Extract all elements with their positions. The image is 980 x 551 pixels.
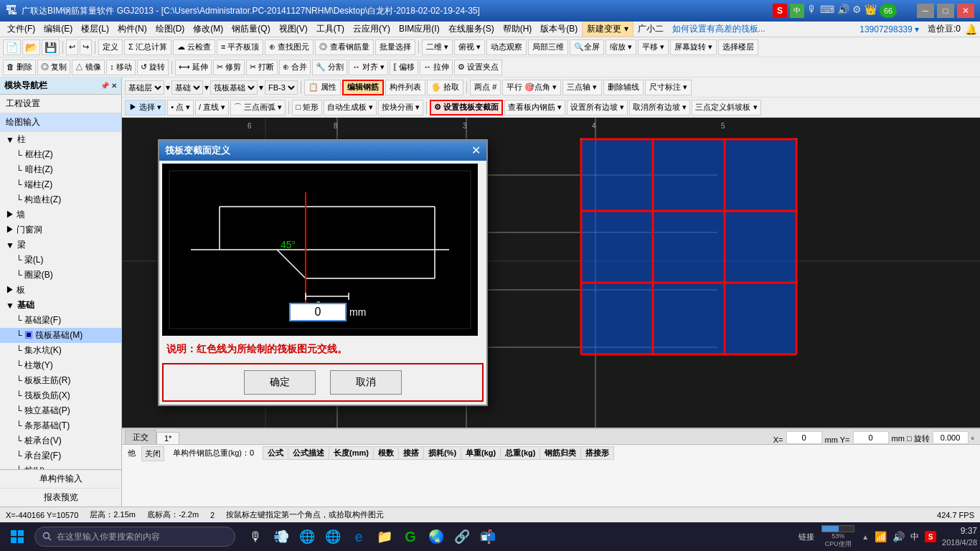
clock[interactable]: 9:37 2018/4/28: [942, 526, 977, 547]
taskbar-app2-btn[interactable]: 🌏: [425, 525, 448, 548]
tree-item-ring-beam[interactable]: └ 圈梁(B): [0, 268, 121, 283]
find-elem-btn[interactable]: ⊕ 查找图元: [265, 39, 314, 55]
tree-item-slab[interactable]: ▶ 板: [0, 283, 121, 298]
2d-btn[interactable]: 二维 ▾: [422, 39, 453, 55]
id-select[interactable]: FB-3: [265, 80, 298, 95]
tab-ortho[interactable]: 正交: [125, 430, 156, 444]
floor-select[interactable]: 基础层: [125, 80, 164, 95]
align-btn[interactable]: ↔ 对齐 ▾: [349, 60, 388, 75]
del-aux-btn[interactable]: 删除辅线: [603, 80, 644, 95]
sidebar-section-draw[interactable]: 绘图输入: [0, 113, 121, 132]
menu-component[interactable]: 构件(N): [113, 22, 151, 37]
menu-view[interactable]: 视图(V): [275, 22, 312, 37]
rect-btn[interactable]: □ 矩形: [292, 100, 322, 116]
delete-btn[interactable]: 🗑 删除: [3, 60, 36, 75]
property-btn[interactable]: 📋 属性: [304, 80, 341, 95]
menu-tools[interactable]: 工具(T): [312, 22, 349, 37]
offset-btn[interactable]: ⟦ 偏移: [390, 60, 418, 75]
start-button[interactable]: [3, 524, 32, 550]
move-btn[interactable]: ↕ 移动: [106, 60, 136, 75]
three-axis-btn[interactable]: 三点轴 ▾: [562, 80, 601, 95]
taskbar-app4-btn[interactable]: 📬: [476, 525, 499, 548]
menu-modify[interactable]: 修改(M): [189, 22, 227, 37]
open-btn[interactable]: 📂: [22, 39, 40, 55]
two-point-btn[interactable]: 两点 #: [470, 80, 501, 95]
local-3d-btn[interactable]: 局部三维: [528, 39, 568, 55]
level-top-btn[interactable]: ≡ 平齐板顶: [217, 39, 263, 55]
tree-item-frame-col[interactable]: └ 框柱(Z): [0, 147, 121, 162]
rotate-input[interactable]: [933, 431, 969, 444]
tree-item-wall[interactable]: ▶ 墙: [0, 207, 121, 222]
line-btn[interactable]: / 直线 ▾: [195, 100, 229, 116]
menu-version[interactable]: 版本号(B): [536, 22, 582, 37]
component-select[interactable]: 筏板基础: [210, 80, 258, 95]
tree-item-strip[interactable]: └ 条形基础(T): [0, 418, 121, 433]
arc-btn[interactable]: ⌒ 三点画弧 ▾: [230, 100, 286, 116]
cancel-all-slope-btn[interactable]: 取消所有边坡 ▾: [629, 100, 690, 116]
tree-item-neg-rebar[interactable]: └ 筏板负筋(X): [0, 388, 121, 403]
tree-item-column[interactable]: ▼ 柱: [0, 132, 121, 147]
stretch-btn[interactable]: ↔ 拉伸: [420, 60, 453, 75]
bottom-close-btn[interactable]: 关闭: [141, 446, 164, 461]
trim-btn[interactable]: ✂ 修剪: [213, 60, 245, 75]
dynamic-view-btn[interactable]: 动态观察: [486, 39, 527, 55]
rotate-btn[interactable]: ↺ 旋转: [137, 60, 169, 75]
menu-file[interactable]: 文件(F): [3, 22, 39, 37]
menu-assistant[interactable]: 广小二: [633, 22, 668, 37]
taskbar-folder-btn[interactable]: 📁: [373, 525, 396, 548]
taskbar-app3-btn[interactable]: 🔗: [451, 525, 473, 548]
dim-mark-btn[interactable]: 尺寸标注 ▾: [645, 80, 692, 95]
zoom-btn[interactable]: 缩放 ▾: [606, 39, 636, 55]
view-rebar-btn[interactable]: ◎ 查看钢筋量: [315, 39, 373, 55]
extend-btn[interactable]: ⟷ 延伸: [175, 60, 212, 75]
tree-item-foundation[interactable]: ▼ 基础: [0, 298, 121, 313]
merge-btn[interactable]: ⊕ 合并: [279, 60, 311, 75]
minimize-button[interactable]: ─: [917, 4, 934, 18]
y-input[interactable]: [853, 431, 889, 444]
dialog-confirm-btn[interactable]: 确定: [244, 370, 316, 395]
select-tool-btn[interactable]: ▶ 选择 ▾: [125, 100, 166, 116]
set-raft-section-btn[interactable]: ⚙ 设置筏板变截面: [430, 100, 503, 116]
tree-item-found-beam[interactable]: └ 基础梁(F): [0, 313, 121, 328]
single-component-input[interactable]: 单构件输入: [0, 470, 121, 489]
maximize-button[interactable]: □: [937, 4, 954, 18]
tree-item-isolated[interactable]: └ 独立基础(P): [0, 403, 121, 418]
redo-btn[interactable]: ↪: [80, 39, 92, 55]
block-draw-btn[interactable]: 按块分画 ▾: [378, 100, 423, 116]
tree-item-struct-col[interactable]: └ 构造柱(Z): [0, 192, 121, 207]
bottom-other-label[interactable]: 他: [125, 446, 138, 460]
taskbar-search[interactable]: 在这里输入你要搜索的内容: [34, 527, 235, 547]
sidebar-section-settings[interactable]: 工程设置: [0, 95, 121, 113]
nav-panel-icons[interactable]: 📌 ✕: [100, 82, 117, 90]
new-btn[interactable]: 📄: [3, 39, 21, 55]
pan-btn[interactable]: 平移 ▾: [638, 39, 669, 55]
report-preview[interactable]: 报表预览: [0, 489, 121, 507]
taskbar-app1-btn[interactable]: G: [399, 525, 422, 548]
cad-canvas-area[interactable]: 6 8 3 4 5: [122, 118, 980, 428]
cloud-check-btn[interactable]: ☁ 云检查: [173, 39, 215, 55]
tree-item-pile-cap[interactable]: └ 桩承台(V): [0, 433, 121, 448]
component-list-btn[interactable]: 构件列表: [385, 80, 425, 95]
tree-item-column-pier[interactable]: └ 柱墩(Y): [0, 358, 121, 373]
dialog-close-btn[interactable]: ✕: [471, 145, 481, 156]
select-floor-btn[interactable]: 选择楼层: [718, 39, 758, 55]
view-slab-rebar-btn[interactable]: 查看板内钢筋 ▾: [504, 100, 565, 116]
menu-online[interactable]: 在线服务(S): [444, 22, 499, 37]
edit-rebar-btn[interactable]: 编辑钢筋: [342, 80, 384, 95]
taskbar-ie3-btn[interactable]: e: [347, 525, 370, 548]
tree-item-cap-beam[interactable]: └ 承台梁(F): [0, 448, 121, 463]
menu-bim[interactable]: BIM应用(I): [395, 22, 444, 37]
copy-btn[interactable]: ◎ 复制: [37, 60, 70, 75]
menu-draw[interactable]: 绘图(D): [151, 22, 189, 37]
x-input[interactable]: [786, 431, 822, 444]
split-btn[interactable]: 🔧 分割: [312, 60, 347, 75]
tree-item-beam[interactable]: ▼ 梁: [0, 237, 121, 253]
menu-new-change[interactable]: 新建变更 ▾: [582, 22, 633, 37]
undo-btn[interactable]: ↩: [66, 39, 78, 55]
save-btn[interactable]: 💾: [42, 39, 60, 55]
tray-arrow[interactable]: ▲: [862, 533, 869, 541]
taskbar-ie2-btn[interactable]: 🌐: [321, 525, 344, 548]
taskbar-fan-btn[interactable]: 💨: [270, 525, 293, 548]
taskbar-ie-btn[interactable]: 🌐: [296, 525, 319, 548]
menu-help[interactable]: 帮助(H): [499, 22, 537, 37]
